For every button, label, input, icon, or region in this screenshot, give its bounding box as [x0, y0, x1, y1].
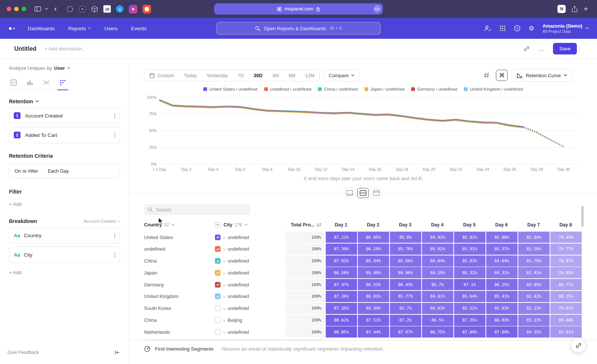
day-value-cell[interactable]: 87.2%	[390, 315, 422, 326]
day-value-cell[interactable]: 85.7%	[390, 303, 422, 314]
day-value-cell[interactable]: 85.7%	[422, 279, 454, 290]
day-value-cell[interactable]: 86.5%	[422, 315, 454, 326]
day-column-header[interactable]: Day 3	[389, 222, 421, 228]
day-value-cell[interactable]: 84.64%	[486, 255, 518, 267]
tab-retention[interactable]	[58, 78, 67, 87]
row-checkbox[interactable]	[215, 294, 221, 299]
row-checkbox[interactable]	[215, 258, 221, 264]
retention-step-2[interactable]: 2 Added To Cart	[9, 127, 120, 143]
retention-criteria-card[interactable]: On or After Each Day	[9, 163, 120, 178]
step-event-name[interactable]: Added To Cart	[25, 132, 57, 138]
day-value-cell[interactable]: 84.19%	[422, 267, 454, 278]
row-checkbox[interactable]	[215, 270, 221, 276]
day-value-cell[interactable]: 87.89%	[454, 326, 486, 338]
range-6m[interactable]: 6M	[284, 70, 300, 81]
item-options-icon[interactable]	[114, 113, 115, 118]
day-value-cell[interactable]: 84.84%	[422, 255, 454, 267]
column-city[interactable]: City 176	[215, 222, 286, 228]
range-today[interactable]: Today	[179, 70, 202, 81]
day-column-header[interactable]: Day 4	[421, 222, 453, 228]
project-switcher[interactable]: Amazonia {Demo} All Project Data	[543, 23, 589, 34]
day-value-cell[interactable]: 82.42%	[518, 291, 550, 302]
day-value-cell[interactable]: 87.39%	[326, 244, 357, 255]
criteria-each-day[interactable]: Each Day	[48, 168, 69, 174]
vertical-scrollbar-thumb[interactable]	[581, 206, 584, 227]
day-value-cell[interactable]: 83.05%	[518, 279, 550, 290]
range-custom[interactable]: Custom	[144, 70, 179, 81]
breakdown-scope-selector[interactable]: Account Created	[84, 219, 120, 223]
day-value-cell[interactable]: 85.99%	[358, 303, 390, 314]
more-options-icon[interactable]: …	[538, 46, 545, 52]
browser-sidebar-icon[interactable]	[34, 6, 41, 12]
expand-chevron-icon[interactable]: ›	[223, 258, 225, 264]
item-options-icon[interactable]	[114, 133, 115, 138]
annotations-icon[interactable]	[481, 70, 492, 81]
day-value-cell[interactable]: 85.49%	[358, 267, 390, 278]
day-value-cell[interactable]: 88.62%	[326, 315, 357, 326]
day-column-header[interactable]: Day 7	[518, 222, 550, 228]
day-value-cell[interactable]: 84.81%	[422, 291, 454, 302]
day-value-cell[interactable]: 86.43%	[390, 279, 422, 290]
mixpanel-logo[interactable]	[9, 27, 15, 30]
range-3m[interactable]: 3M	[267, 70, 284, 81]
add-description-button[interactable]: + Add description...	[45, 46, 86, 51]
breakdown-item-city[interactable]: Aa City	[9, 247, 120, 263]
day-value-cell[interactable]: 86.05%	[358, 232, 390, 243]
item-options-icon[interactable]	[114, 233, 115, 238]
compare-button[interactable]: Compare	[323, 69, 360, 81]
minimize-window-button[interactable]	[14, 7, 19, 11]
day-value-cell[interactable]: 79.05%	[550, 267, 582, 278]
day-value-cell[interactable]: 88.85%	[326, 326, 357, 338]
tab-funnels[interactable]	[25, 78, 34, 87]
breakdown-property-name[interactable]: City	[24, 252, 32, 258]
nav-item-users[interactable]: Users	[104, 26, 118, 31]
nav-item-reports[interactable]: Reports	[68, 26, 91, 31]
global-search-button[interactable]: Open Reports & Dashboards ⌘ + K	[216, 22, 381, 35]
breakdown-property-name[interactable]: Country	[24, 233, 41, 238]
day-value-cell[interactable]: 85.76%	[390, 244, 422, 255]
day-value-cell[interactable]: 86.58%	[326, 267, 357, 278]
day-value-cell[interactable]: 87.21%	[326, 232, 357, 243]
day-value-cell[interactable]: 82.56%	[518, 244, 550, 255]
command-mode-button[interactable]: ⌘	[496, 70, 508, 81]
day-value-cell[interactable]: 84.83%	[422, 303, 454, 314]
day-value-cell[interactable]: 87.51%	[358, 315, 390, 326]
day-value-cell[interactable]: 85.64%	[454, 291, 486, 302]
legend-item[interactable]: Germany / undefined	[411, 87, 457, 91]
day-value-cell[interactable]: 85.02%	[422, 244, 454, 255]
day-value-cell[interactable]: 84.35%	[518, 326, 550, 338]
save-button[interactable]: Save	[553, 43, 577, 54]
row-checkbox[interactable]	[215, 305, 221, 311]
day-value-cell[interactable]: 85.6%	[390, 232, 422, 243]
day-value-cell[interactable]: 87.1%	[454, 279, 486, 290]
day-column-header[interactable]: Day 2	[357, 222, 389, 228]
day-column-header[interactable]: Day 6	[485, 222, 518, 228]
item-options-icon[interactable]	[114, 252, 115, 257]
nav-item-dashboards[interactable]: Dashboards	[28, 26, 55, 31]
extension-icon-cube[interactable]	[91, 6, 98, 13]
day-value-cell[interactable]: 82.33%	[518, 303, 550, 314]
day-value-cell[interactable]: 86.19%	[358, 244, 390, 255]
chevron-down-icon[interactable]	[45, 8, 48, 10]
retention-section-title[interactable]: Retention	[9, 98, 33, 104]
zoom-window-button[interactable]	[22, 7, 26, 11]
day-value-cell[interactable]: 81.76%	[518, 255, 550, 267]
add-filter-button[interactable]: + Add	[9, 201, 120, 207]
day-value-cell[interactable]: 81.41%	[518, 267, 550, 278]
day-value-cell[interactable]: 84.92%	[422, 232, 454, 243]
day-value-cell[interactable]: 80.71%	[550, 279, 582, 290]
share-icon[interactable]	[572, 6, 578, 12]
day-value-cell[interactable]: 85.52%	[454, 303, 486, 314]
find-segments-label[interactable]: Find Interesting Segments	[155, 346, 214, 352]
range-12m[interactable]: 12M	[300, 70, 319, 81]
new-tab-button[interactable]: +	[584, 5, 588, 13]
extension-icon-2[interactable]	[79, 6, 86, 13]
legend-item[interactable]: undefined / undefined	[264, 87, 312, 91]
settings-gear-icon[interactable]: ⚙	[529, 25, 534, 32]
day-value-cell[interactable]: 83.13%	[518, 315, 550, 326]
layout-split-icon[interactable]	[357, 188, 369, 198]
copy-link-icon[interactable]	[523, 46, 530, 52]
day-value-cell[interactable]: 85.91%	[454, 244, 486, 255]
nav-item-events[interactable]: Events	[131, 26, 146, 31]
day-value-cell[interactable]: 78.87%	[550, 255, 582, 267]
